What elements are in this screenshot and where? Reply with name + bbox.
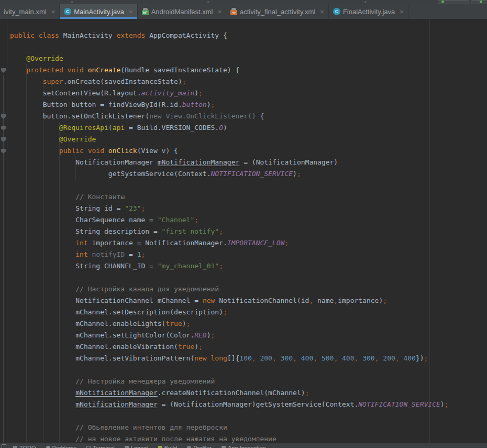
code-token: ; (186, 320, 191, 327)
code-token: ; (297, 170, 301, 178)
code-line[interactable]: // Обьявление интентов для переброски (10, 422, 487, 433)
close-tab-icon[interactable]: × (400, 8, 404, 15)
code-line[interactable] (10, 410, 487, 422)
code-token: String description = (75, 227, 161, 235)
tab-MainActivity.java[interactable]: MainActivity.java× (60, 4, 137, 19)
toolwindow-label: App Inspection (228, 445, 266, 448)
code-line[interactable]: mChannel.setDescription(description); (10, 307, 487, 318)
code-line[interactable]: mNotificationManager = (NotificationMana… (10, 399, 487, 410)
code-token: new View.OnClickListener() (149, 112, 260, 120)
code-line[interactable]: getSystemService(Context.NOTIFICATION_SE… (10, 168, 487, 180)
code-token: onCreate (88, 66, 121, 74)
code-token: extends (117, 31, 150, 39)
close-tab-icon[interactable]: × (320, 8, 324, 15)
code-line[interactable] (10, 180, 487, 191)
toolwindow-problems[interactable]: Problems (46, 445, 76, 448)
code-token: = Build.VERSION_CODES. (125, 124, 219, 132)
toolwindow-profiler[interactable]: Profiler (187, 445, 212, 448)
code-line[interactable]: int notifyID = 1; (10, 249, 487, 260)
tab-ivity_main.xml[interactable]: ivity_main.xml× (0, 4, 60, 19)
code-line[interactable]: NotificationChannel mChannel = new Notif… (10, 295, 487, 307)
close-tab-icon[interactable]: × (51, 8, 56, 15)
code-line[interactable]: String id = "23"; (10, 203, 487, 214)
code-token: String id = (75, 204, 125, 212)
code-line[interactable]: mNotificationManager.createNotificationC… (10, 387, 487, 399)
code-token: RED (194, 331, 206, 339)
code-line[interactable]: mChannel.setVibrationPattern(new long[]{… (10, 353, 487, 364)
tab-label: ivity_main.xml (4, 8, 47, 16)
code-token: ; (198, 343, 203, 351)
code-line[interactable] (10, 364, 487, 376)
code-area[interactable]: public class MainActivity extends AppCom… (7, 19, 487, 443)
code-token: (View v) { (137, 147, 178, 155)
code-token: ) (194, 343, 198, 351)
code-token: ; (194, 216, 198, 224)
code-line[interactable] (10, 41, 487, 53)
toolwindow-terminal[interactable]: Terminal (86, 445, 115, 448)
code-line[interactable]: @RequiresApi(api = Build.VERSION_CODES.O… (10, 122, 487, 134)
tab-AndroidManifest.xml[interactable]: MFAndroidManifest.xml× (138, 4, 226, 19)
code-line[interactable]: mChannel.setLightColor(Color.RED); (10, 330, 487, 341)
fold-marker-icon[interactable] (1, 68, 6, 73)
toolwindow-app-inspection[interactable]: App Inspection (222, 445, 266, 448)
close-tab-icon[interactable]: × (129, 8, 133, 15)
code-line[interactable]: // Настройка канала для уведомлений (10, 283, 487, 295)
terminal-icon (86, 446, 91, 448)
tab-label: MainActivity.java (74, 8, 124, 16)
code-token: { (260, 112, 264, 120)
code-token: activity_main (141, 89, 194, 97)
code-line[interactable]: @Override (10, 134, 487, 145)
device-selector-widget[interactable] (471, 0, 487, 4)
code-line[interactable]: int importance = NotificationManager.IMP… (10, 237, 487, 249)
code-line[interactable]: // на новое активити после нажатия на ув… (10, 433, 487, 443)
code-token: ) (194, 89, 198, 97)
android-studio-window: { "topbar": { "widgets": [ {"name": "run… (0, 0, 487, 448)
toolwindow-logcat[interactable]: Logcat (125, 445, 148, 448)
code-line[interactable]: protected void onCreate(Bundle savedInst… (10, 64, 487, 76)
code-line[interactable]: public class MainActivity extends AppCom… (10, 30, 487, 41)
code-line[interactable]: // Настройка менеджера уведомлений (10, 376, 487, 387)
code-line[interactable]: // Константы (10, 191, 487, 203)
code-line[interactable]: public void onClick(View v) { (10, 145, 487, 157)
code-line[interactable]: setContentView(R.layout.activity_main); (10, 88, 487, 99)
tab-activity_final_acttivity.xml[interactable]: <>activity_final_acttivity.xml× (226, 4, 329, 19)
app-inspection-icon (222, 446, 226, 448)
tab-FinalActtivity.java[interactable]: FinalActtivity.java× (329, 4, 408, 19)
code-token: int (75, 250, 92, 258)
code-token: // Настройка канала для уведомлений (75, 285, 219, 293)
code-token: importance) (338, 297, 383, 304)
problems-icon (46, 446, 50, 448)
fold-marker-icon[interactable] (1, 137, 6, 142)
code-line[interactable]: super.onCreate(savedInstanceState); (10, 76, 487, 88)
code-token: protected void (26, 66, 87, 74)
code-line[interactable] (10, 272, 487, 283)
toolwindow-build[interactable]: Build (158, 445, 177, 448)
toolwindow-label: Build (164, 445, 177, 448)
code-token: ) (182, 320, 186, 327)
code-line[interactable]: String description = "first notify"; (10, 226, 487, 237)
code-token: ; (305, 389, 309, 397)
toolwindow-label: Terminal (93, 445, 115, 448)
code-token: NotificationChannel mChannel = (75, 297, 203, 304)
code-token: NOTIFICATION_SERVICE (211, 170, 293, 178)
fold-marker-icon[interactable] (1, 126, 6, 130)
code-line[interactable]: NotificationManager mNotificationManager… (10, 157, 487, 168)
toolbar-icon-dot (364, 1, 366, 3)
code-line[interactable]: mChannel.enableVibration(true); (10, 341, 487, 353)
code-token: mNotificationManager (75, 389, 158, 397)
code-line[interactable]: CharSequence name = "Channel"; (10, 214, 487, 226)
code-editor[interactable]: public class MainActivity extends AppCom… (0, 19, 487, 443)
code-token: 200 (383, 354, 395, 362)
code-line[interactable]: Button button = findViewById(R.id.button… (10, 99, 487, 111)
code-line[interactable]: @Override (10, 53, 487, 64)
code-token: ; (198, 89, 203, 97)
profiler-icon (187, 446, 191, 448)
code-line[interactable]: button.setOnClickListener(new View.OnCli… (10, 111, 487, 122)
code-token: true (178, 343, 194, 351)
fold-marker-icon[interactable] (1, 149, 6, 154)
code-line[interactable]: mChannel.enableLights(true); (10, 318, 487, 330)
toolwindow-todo[interactable]: TODO (13, 445, 36, 448)
fold-marker-icon[interactable] (1, 114, 6, 119)
close-tab-icon[interactable]: × (217, 8, 222, 15)
code-line[interactable]: String CHANNEL_ID = "my_channel_01"; (10, 260, 487, 272)
